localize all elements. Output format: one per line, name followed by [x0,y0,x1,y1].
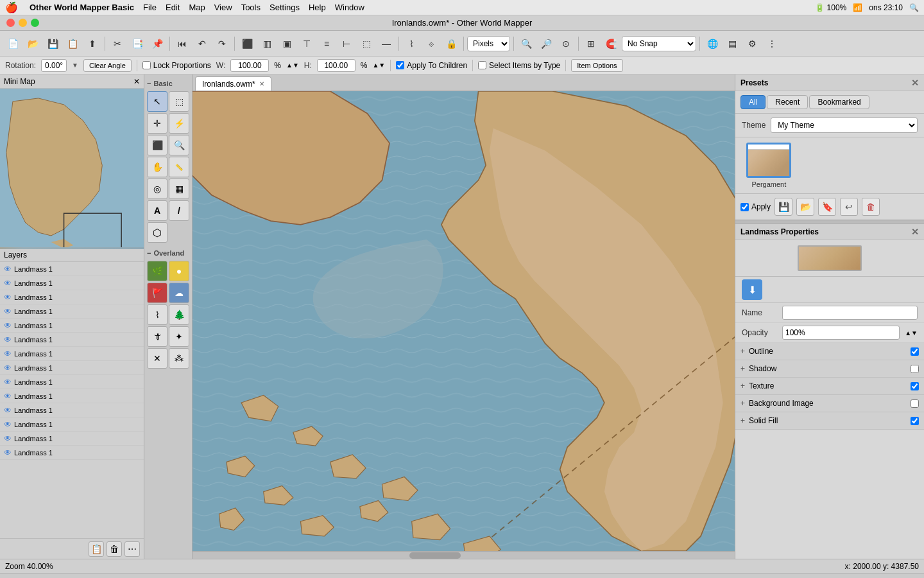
overland-section-header[interactable]: − Overland [147,247,189,259]
list-item[interactable]: 👁 Landmass 1 [0,361,144,375]
h-spinner[interactable]: ▲▼ [372,62,385,69]
list-item[interactable]: 👁 Landmass 1 [0,403,144,417]
list-item[interactable]: 👁 Landmass 1 [0,389,144,403]
solid-fill-section-header[interactable]: + Solid Fill [735,412,924,429]
opacity-input[interactable] [782,326,900,340]
save-preset-button[interactable]: 💾 [774,198,792,216]
texture-checkbox[interactable] [911,382,919,390]
align-left-button[interactable]: ⬛ [238,35,256,53]
presets-close-button[interactable]: ✕ [911,78,919,88]
flip-h-button[interactable]: ⬚ [357,35,375,53]
shadow-expand-icon[interactable]: + [740,364,745,373]
forest-tool-button[interactable]: 🌿 [147,261,167,281]
lock-button[interactable]: 🔒 [442,35,460,53]
bookmark-preset-button[interactable]: 🔖 [818,198,836,216]
list-item[interactable]: 👁 Landmass 1 [0,432,144,446]
minimize-window-button[interactable] [19,19,27,27]
terrain-tool-button[interactable]: ● [169,261,189,281]
edit-menu[interactable]: Edit [166,3,180,12]
list-item[interactable]: 👁 Landmass 1 [0,375,144,389]
align-middle-button[interactable]: ≡ [318,35,336,53]
list-item[interactable]: 👁 Landmass 1 [0,276,144,290]
layer-visible-icon[interactable]: 👁 [4,434,12,443]
select-by-type-checkbox[interactable] [478,61,486,69]
extra-tool-button[interactable]: ⁂ [169,348,189,369]
reset-preset-button[interactable]: ↩ [840,198,858,216]
close-window-button[interactable] [6,19,15,27]
name-input[interactable] [782,306,918,320]
layer-visible-icon[interactable]: 👁 [4,420,12,429]
line-tool-button[interactable]: / [169,200,189,221]
paste-button[interactable]: 📌 [148,35,166,53]
layer-visible-icon[interactable]: 👁 [4,279,12,288]
zoom-select-tool-button[interactable]: ⬛ [147,135,167,155]
align-right-button[interactable]: ▣ [278,35,296,53]
maximize-window-button[interactable] [31,19,39,27]
export-button[interactable]: ⬆ [83,35,101,53]
tools-menu[interactable]: Tools [241,3,261,12]
save-button[interactable]: 💾 [44,35,62,53]
polygon-tool-button[interactable]: ⬡ [147,222,167,243]
basic-section-header[interactable]: − Basic [147,77,189,90]
width-input[interactable] [230,59,269,72]
file-menu[interactable]: File [143,3,157,12]
texture-expand-icon[interactable]: + [740,381,745,390]
text-tool-button[interactable]: A [147,200,167,221]
solid-fill-checkbox[interactable] [911,417,919,425]
select-tool-button[interactable]: ↖ [147,91,167,112]
theme-select[interactable]: My Theme Default Custom [771,118,918,133]
app-menu[interactable]: Other World Mapper Basic [30,3,134,12]
rotation-input[interactable] [41,59,67,72]
open-button[interactable]: 📂 [24,35,42,53]
settings-button[interactable]: ⚙ [743,35,761,53]
rect-select-tool-button[interactable]: ⬚ [169,91,189,112]
step-back-button[interactable]: ⏮ [173,35,191,53]
map-menu[interactable]: Map [189,3,205,12]
flag-tool-button[interactable]: 🚩 [147,283,167,303]
list-item[interactable]: 👁 Landmass 1 [0,446,144,460]
collapse-basic-icon[interactable]: − [147,80,151,87]
add-layer-button[interactable]: 📋 [89,541,104,557]
river-tool-button[interactable]: ⌇ [147,304,167,325]
list-item[interactable]: 👁 Landmass 1 [0,319,144,333]
path-button[interactable]: ⌇ [402,35,420,53]
layer-visible-icon[interactable]: 👁 [4,265,12,274]
list-item[interactable]: 👁 Landmass 1 [0,262,144,276]
download-button[interactable]: ⬇ [742,279,762,300]
layer-visible-icon[interactable]: 👁 [4,307,12,316]
layer-visible-icon[interactable]: 👁 [4,406,12,415]
more-layers-button[interactable]: ⋯ [124,541,140,557]
apply-to-children-checkbox[interactable] [396,61,404,69]
snap-select[interactable]: No Snap Snap to Grid Snap to Objects [622,36,696,51]
grid-button[interactable]: ⊞ [582,35,600,53]
layer-visible-icon[interactable]: 👁 [4,448,12,457]
cut-button[interactable]: ✂ [108,35,126,53]
rotate-ccw-button[interactable]: ↶ [193,35,211,53]
canvas-viewport[interactable] [193,91,735,551]
world-view-button[interactable]: 🌐 [703,35,721,53]
canvas-tab[interactable]: Ironlands.owm* ✕ [195,76,271,91]
apply-checkbox-label[interactable]: Apply [740,202,771,211]
apple-menu[interactable]: 🍎 [5,1,18,13]
view-menu[interactable]: View [214,3,232,12]
transform-tool-button[interactable]: ⚡ [169,113,189,134]
mini-map-close[interactable]: ✕ [133,77,140,86]
layer-visible-icon[interactable]: 👁 [4,335,12,344]
tab-all[interactable]: All [740,95,766,109]
sword-tool-button[interactable]: 🗡 [147,326,167,347]
rotation-arrow[interactable]: ▼ [72,62,78,69]
align-top-button[interactable]: ⊤ [298,35,316,53]
search-icon[interactable]: 🔍 [909,3,919,12]
layer-visible-icon[interactable]: 👁 [4,349,12,358]
load-preset-button[interactable]: 📂 [796,198,814,216]
help-menu[interactable]: Help [309,3,326,12]
align-center-button[interactable]: ▥ [258,35,276,53]
bg-image-expand-icon[interactable]: + [740,399,745,408]
measure-tool-button[interactable]: 📏 [169,157,189,177]
grid-tool-button[interactable]: ▦ [169,179,189,199]
solid-fill-expand-icon[interactable]: + [740,416,745,425]
bg-image-checkbox[interactable] [911,399,919,408]
tab-recent[interactable]: Recent [767,95,808,109]
outline-section-header[interactable]: + Outline [735,343,924,360]
w-spinner[interactable]: ▲▼ [286,62,299,69]
